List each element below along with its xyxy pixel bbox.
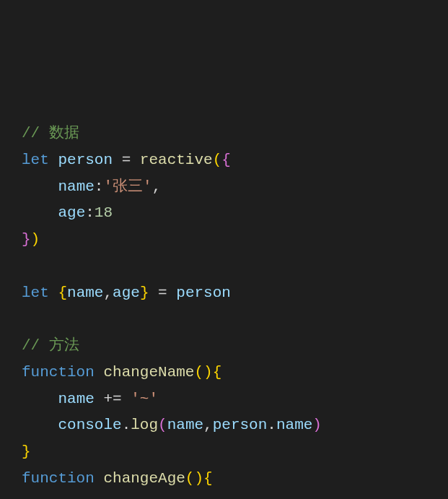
code-line-6	[22, 253, 426, 280]
operator-eq: =	[149, 285, 176, 301]
var-console: console	[58, 417, 121, 433]
code-line-9: // 方法	[22, 333, 426, 360]
code-editor[interactable]: // 数据let person = reactive({ name:'张三', …	[22, 121, 426, 499]
code-line-1: // 数据	[22, 121, 426, 147]
colon: :	[85, 204, 95, 221]
dot: .	[122, 417, 131, 433]
keyword-function: function	[22, 364, 95, 381]
operator-pluseq: +=	[95, 391, 131, 407]
fn-changename: changeName	[103, 364, 194, 381]
number-18: 18	[95, 204, 113, 221]
number-1: 1	[122, 497, 131, 500]
keyword-let: let	[22, 152, 49, 168]
var-name: name	[167, 417, 203, 433]
code-line-11: name += '~'	[22, 386, 426, 413]
var-person: person	[58, 152, 113, 168]
brace-close: }	[140, 285, 149, 301]
code-line-13: }	[22, 439, 426, 466]
code-line-2: let person = reactive({	[22, 147, 426, 174]
brace-open: {	[213, 364, 222, 381]
comment-methods: // 方法	[22, 337, 79, 354]
code-line-8	[22, 306, 426, 333]
brace-close: }	[22, 231, 31, 248]
indent	[22, 497, 58, 500]
code-line-15: age += 1	[22, 493, 426, 500]
indent	[22, 417, 58, 433]
indent	[22, 178, 58, 195]
code-line-12: console.log(name,person.name)	[22, 412, 426, 439]
prop-name: name	[276, 417, 312, 433]
brace-close: }	[22, 443, 31, 460]
code-line-10: function changeName(){	[22, 360, 426, 386]
brace-open: {	[58, 285, 67, 301]
keyword-let: let	[22, 285, 49, 301]
fn-changeage: changeAge	[103, 470, 185, 487]
keyword-function: function	[22, 470, 95, 487]
operator-pluseq: +=	[85, 497, 121, 500]
comma: ,	[203, 417, 213, 433]
code-line-7: let {name,age} = person	[22, 280, 426, 307]
paren-open: (	[158, 417, 167, 433]
comma: ,	[152, 178, 162, 195]
paren-open: (	[213, 152, 222, 168]
indent	[22, 204, 58, 221]
var-name: name	[67, 285, 103, 301]
prop-age: age	[58, 204, 85, 221]
paren-close: )	[31, 231, 40, 248]
prop-name: name	[58, 178, 94, 195]
brace-open: {	[221, 152, 231, 168]
colon: :	[95, 178, 104, 195]
operator-eq: =	[113, 152, 140, 168]
comma: ,	[103, 285, 113, 301]
brace-open: {	[203, 470, 213, 487]
paren-close: )	[312, 417, 322, 433]
code-line-5: })	[22, 227, 426, 253]
var-age: age	[113, 285, 140, 301]
parens: ()	[194, 364, 212, 381]
var-age: age	[58, 497, 85, 500]
dot: .	[267, 417, 276, 433]
code-line-14: function changeAge(){	[22, 466, 426, 493]
code-line-4: age:18	[22, 200, 426, 227]
var-person: person	[176, 285, 231, 301]
indent	[22, 391, 58, 407]
fn-log: log	[131, 417, 158, 433]
parens: ()	[185, 470, 203, 487]
fn-reactive: reactive	[140, 152, 213, 168]
string-zhangsan: '张三'	[103, 178, 151, 195]
var-person: person	[213, 417, 268, 433]
var-name: name	[58, 391, 94, 407]
comment-data: // 数据	[22, 125, 79, 142]
string-tilde: '~'	[131, 391, 158, 407]
code-line-3: name:'张三',	[22, 174, 426, 201]
